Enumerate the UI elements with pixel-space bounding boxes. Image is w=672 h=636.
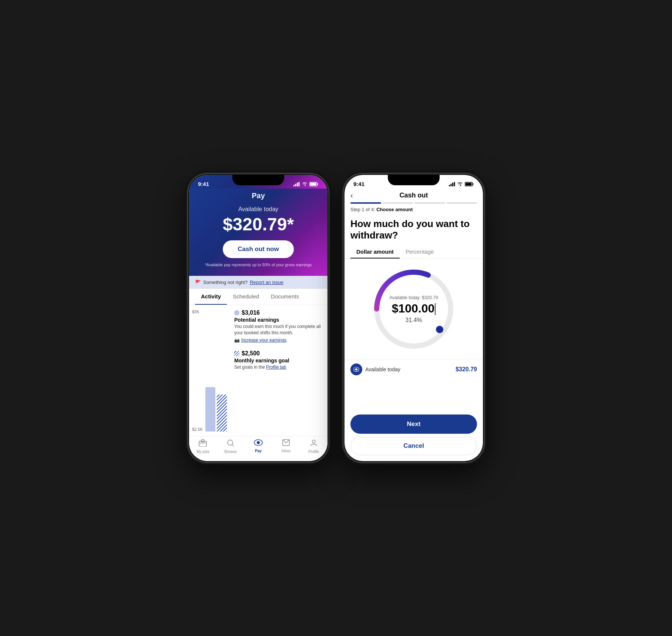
svg-rect-0 — [293, 185, 295, 186]
tab-documents[interactable]: Documents — [265, 289, 305, 305]
cashout-now-button[interactable]: Cash out now — [223, 240, 293, 258]
right-phone: 9:41 — [343, 174, 484, 462]
svg-point-13 — [257, 441, 260, 444]
status-time-left: 9:41 — [198, 181, 209, 187]
svg-rect-21 — [473, 183, 474, 185]
potential-desc: You could earn this much if you complete… — [234, 324, 323, 336]
earnings-item-potential: $3,016 Potential earnings You could earn… — [234, 309, 323, 343]
earnings-badge-goal: $2,500 — [234, 350, 323, 357]
battery-icon-right — [465, 182, 474, 186]
svg-rect-22 — [466, 183, 472, 185]
flag-icon: 🚩 — [195, 280, 201, 285]
wifi-icon-left — [302, 182, 308, 186]
progress-step-2 — [383, 202, 413, 204]
pay-icon — [254, 439, 263, 448]
earnings-item-goal: $2,500 Monthly earnings goal Set goals i… — [234, 350, 323, 371]
available-today-amount: $320.79 — [456, 366, 477, 373]
cashout-title: Cash out — [399, 192, 428, 199]
svg-rect-18 — [452, 183, 453, 186]
notch — [232, 175, 284, 185]
nav-browse[interactable]: Browse — [217, 439, 245, 454]
left-phone: 9:41 — [188, 174, 329, 462]
nav-my-jobs[interactable]: My jobs — [189, 439, 217, 454]
signal-icon-right — [449, 182, 455, 186]
battery-icon-left — [309, 182, 319, 186]
nav-inbox[interactable]: Inbox — [272, 439, 300, 454]
nav-inbox-label: Inbox — [282, 449, 290, 453]
bar-potential — [205, 387, 215, 432]
svg-point-15 — [312, 440, 315, 443]
svg-rect-17 — [451, 184, 452, 186]
dial-container: Available today: $320.79 $100.00 31.4% — [345, 262, 483, 359]
svg-rect-16 — [449, 185, 450, 186]
badge-striped-icon — [234, 351, 239, 356]
svg-rect-19 — [454, 182, 455, 186]
nav-my-jobs-label: My jobs — [196, 450, 209, 454]
withdraw-question: How much do you want to withdraw? — [345, 215, 483, 246]
chart-label-3k: $3K — [192, 309, 203, 314]
cancel-button[interactable]: Cancel — [350, 437, 477, 455]
dial-amount[interactable]: $100.00 — [389, 302, 438, 315]
dial-available-label: Available today: $320.79 — [389, 295, 438, 300]
available-row-left: Available today — [350, 363, 400, 375]
signal-icon-left — [293, 182, 300, 186]
amount-tabs: Dollar amount Percentage — [345, 246, 483, 259]
potential-amount: $3,016 — [242, 309, 260, 316]
nav-pay[interactable]: Pay — [245, 439, 272, 454]
svg-line-11 — [232, 444, 234, 446]
available-row: Available today $320.79 — [345, 359, 483, 379]
bottom-buttons: Next Cancel — [345, 412, 483, 461]
chart-area: $3K $2.5K — [189, 309, 230, 432]
svg-rect-5 — [317, 183, 318, 185]
dial-center: Available today: $320.79 $100.00 31.4% — [389, 295, 438, 324]
bar-goal — [217, 395, 227, 432]
next-button[interactable]: Next — [350, 415, 477, 434]
svg-rect-3 — [299, 182, 300, 186]
chart-label-2-5k: $2.5K — [192, 427, 203, 432]
increase-earnings-link[interactable]: Increase your earnings — [241, 338, 286, 343]
report-link[interactable]: Report an issue — [250, 280, 283, 285]
earnings-info: $3,016 Potential earnings You could earn… — [230, 309, 327, 432]
tab-scheduled[interactable]: Scheduled — [227, 289, 265, 305]
my-jobs-icon — [199, 439, 207, 449]
progress-step-3 — [414, 202, 445, 204]
cashout-header: ‹ Cash out — [345, 189, 483, 202]
wifi-icon-right — [457, 182, 463, 186]
status-icons-right — [449, 182, 474, 186]
browse-icon — [227, 439, 234, 449]
goal-title: Monthly earnings goal — [234, 358, 323, 363]
step-number: Step 1 of 4: — [350, 207, 375, 212]
nav-pay-label: Pay — [255, 449, 262, 453]
dial-endpoint — [436, 326, 443, 333]
goal-desc: Set goals in the Profile tab — [234, 364, 323, 371]
back-button[interactable]: ‹ — [350, 191, 353, 200]
status-time-right: 9:41 — [353, 181, 364, 187]
goal-amount: $2,500 — [242, 350, 260, 357]
svg-point-10 — [228, 440, 233, 445]
available-icon — [350, 363, 362, 375]
step-description: Choose amount — [376, 207, 413, 212]
available-today-label: Available today — [365, 366, 400, 372]
progress-bar — [345, 202, 483, 207]
tab-dollar-amount[interactable]: Dollar amount — [350, 246, 400, 258]
tab-activity[interactable]: Activity — [195, 289, 227, 305]
pay-amount: $320.79* — [189, 214, 327, 234]
report-text: Something not right? — [203, 280, 248, 285]
nav-profile[interactable]: Profile — [300, 439, 327, 454]
notch-right — [388, 175, 440, 185]
potential-title: Potential earnings — [234, 317, 323, 323]
status-icons-left — [293, 182, 319, 186]
progress-step-1 — [350, 202, 381, 204]
bottom-nav-left: My jobs Browse Pay — [189, 436, 327, 461]
svg-rect-8 — [201, 440, 204, 442]
pay-header: Pay Available today $320.79* Cash out no… — [189, 189, 327, 276]
profile-tab-link[interactable]: Profile tab — [266, 365, 286, 370]
step-label: Step 1 of 4: Choose amount — [345, 207, 483, 215]
tab-percentage[interactable]: Percentage — [400, 246, 440, 258]
pay-title: Pay — [189, 189, 327, 206]
svg-rect-1 — [295, 184, 296, 186]
dial-percent: 31.4% — [389, 317, 438, 324]
camera-icon: 📷 — [234, 338, 240, 343]
pay-available-label: Available today — [189, 206, 327, 213]
svg-rect-6 — [310, 183, 316, 185]
